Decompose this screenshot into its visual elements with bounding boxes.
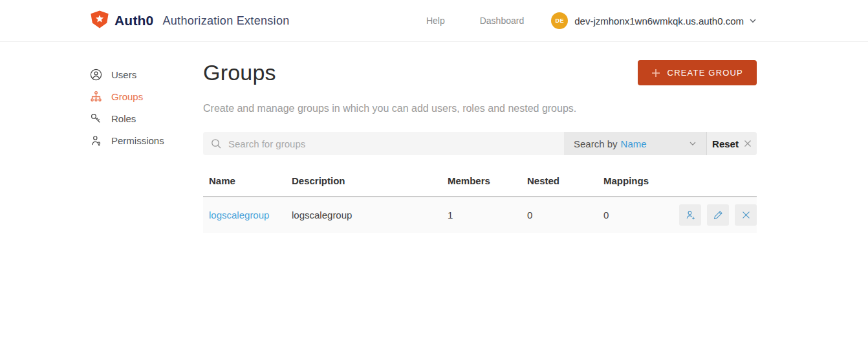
close-icon bbox=[741, 210, 752, 220]
chevron-down-icon bbox=[749, 17, 757, 25]
group-description-cell: logscalegroup bbox=[292, 210, 448, 220]
sidebar: Users Groups Roles bbox=[90, 42, 203, 233]
help-link[interactable]: Help bbox=[426, 16, 445, 26]
sidebar-item-label: Roles bbox=[111, 113, 136, 124]
keys-icon bbox=[90, 113, 102, 125]
close-icon bbox=[744, 140, 752, 147]
plus-icon bbox=[651, 69, 660, 78]
person-key-icon bbox=[90, 134, 102, 147]
column-nested: Nested bbox=[527, 175, 603, 186]
table-row: logscalegroup logscalegroup 1 0 0 bbox=[203, 197, 757, 233]
sidebar-item-label: Users bbox=[111, 69, 136, 80]
account-menu[interactable]: DE dev-jzmhonx1wn6wmkqk.us.auth0.com bbox=[551, 12, 757, 29]
reset-label: Reset bbox=[712, 138, 739, 149]
group-nested-cell: 0 bbox=[527, 210, 603, 220]
search-bar: Search by Name Reset bbox=[203, 132, 757, 155]
person-add-icon bbox=[685, 210, 696, 220]
hierarchy-icon bbox=[90, 91, 102, 103]
reset-button[interactable]: Reset bbox=[706, 132, 757, 155]
group-mappings-cell: 0 bbox=[603, 210, 679, 220]
auth0-logo-icon bbox=[90, 10, 109, 31]
row-actions bbox=[679, 204, 757, 226]
create-group-label: CREATE GROUP bbox=[667, 68, 743, 78]
column-members: Members bbox=[448, 175, 527, 186]
search-input[interactable] bbox=[203, 132, 564, 155]
add-member-button[interactable] bbox=[679, 204, 701, 226]
group-members-cell: 1 bbox=[448, 210, 527, 220]
column-description: Description bbox=[292, 175, 448, 186]
dashboard-link[interactable]: Dashboard bbox=[480, 16, 525, 26]
top-navigation-bar: Auth0 Authorization Extension Help Dashb… bbox=[0, 0, 868, 42]
table-header: Name Description Members Nested Mappings bbox=[203, 175, 757, 197]
groups-table: Name Description Members Nested Mappings… bbox=[203, 175, 757, 233]
page-title: Groups bbox=[203, 60, 276, 85]
app-title: Authorization Extension bbox=[163, 14, 290, 28]
avatar[interactable]: DE bbox=[551, 12, 568, 29]
search-icon bbox=[211, 138, 221, 149]
sidebar-item-label: Permissions bbox=[111, 135, 164, 146]
sidebar-item-roles[interactable]: Roles bbox=[90, 112, 203, 125]
edit-group-button[interactable] bbox=[707, 204, 729, 226]
sidebar-item-groups[interactable]: Groups bbox=[90, 90, 203, 103]
page-description: Create and manage groups in which you ca… bbox=[203, 103, 757, 114]
brand-wordmark: Auth0 bbox=[114, 13, 154, 28]
column-name: Name bbox=[209, 175, 292, 186]
search-field bbox=[203, 132, 564, 155]
chevron-down-icon bbox=[689, 140, 697, 147]
main-panel: Groups CREATE GROUP Create and manage gr… bbox=[203, 42, 757, 233]
delete-group-button[interactable] bbox=[735, 204, 757, 226]
tenant-domain: dev-jzmhonx1wn6wmkqk.us.auth0.com bbox=[574, 16, 744, 27]
search-by-dropdown[interactable]: Search by Name bbox=[564, 132, 706, 155]
search-by-value: Name bbox=[621, 138, 647, 149]
sidebar-item-users[interactable]: Users bbox=[90, 68, 203, 81]
pencil-icon bbox=[713, 210, 724, 220]
create-group-button[interactable]: CREATE GROUP bbox=[638, 60, 757, 85]
sidebar-item-label: Groups bbox=[111, 91, 143, 102]
group-name-link[interactable]: logscalegroup bbox=[209, 210, 269, 220]
column-mappings: Mappings bbox=[603, 175, 679, 186]
sidebar-item-permissions[interactable]: Permissions bbox=[90, 134, 203, 147]
user-icon bbox=[90, 69, 102, 81]
search-by-label: Search by bbox=[574, 138, 618, 149]
